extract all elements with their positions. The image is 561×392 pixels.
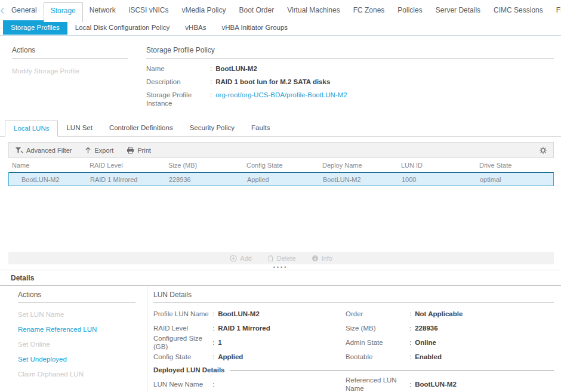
size-mb-value: 228936 [415, 324, 437, 332]
tab-boot-order[interactable]: Boot Order [232, 2, 280, 18]
lun-details-right-column: Order Not Applicable Size (MB) 228936 Ad… [346, 307, 554, 364]
configured-size-value: 1 [218, 338, 221, 347]
claim-orphaned-lun-action: Claim Orphaned LUN [18, 371, 147, 378]
chevron-left-icon[interactable] [0, 5, 5, 16]
subtab-storage-profiles[interactable]: Storage Profiles [3, 20, 67, 35]
policy-description-row: Description RAID 1 boot lun for M.2 SATA… [146, 78, 554, 86]
tab-network[interactable]: Network [83, 2, 122, 18]
rename-referenced-lun-action[interactable]: Rename Referenced LUN [18, 326, 147, 333]
tab-iscsi-vnics[interactable]: iSCSI vNICs [122, 2, 175, 18]
table-row[interactable]: BootLUN-M2 RAID 1 Mirrored 228936 Applie… [8, 172, 554, 186]
raid-level-value: RAID 1 Mirrored [218, 324, 270, 332]
profile-lun-name-row: Profile LUN Name BootLUN-M2 [153, 307, 346, 321]
col-header-size-mb[interactable]: Size (MB) [165, 162, 243, 169]
col-header-config-state[interactable]: Config State [243, 162, 319, 169]
tab-fsm[interactable]: FSM [550, 2, 561, 18]
tab-lun-set[interactable]: LUN Set [58, 121, 100, 136]
deployed-lun-details-title: Deployed LUN Details [153, 366, 225, 374]
actions-panel-title: Actions [12, 46, 128, 58]
filter-funnel-icon [15, 146, 23, 154]
set-undeployed-action[interactable]: Set Undeployed [18, 356, 147, 363]
print-label: Print [137, 147, 151, 154]
bootable-value: Enabled [415, 353, 442, 361]
tab-local-luns[interactable]: Local LUNs [5, 121, 58, 137]
cell-name: BootLUN-M2 [9, 176, 87, 183]
subtab-vhbas[interactable]: vHBAs [177, 20, 214, 35]
export-button[interactable]: Export [85, 146, 113, 154]
info-circle-icon [312, 254, 319, 262]
details-title: Details [0, 270, 561, 286]
cell-raid-level: RAID 1 Mirrored [87, 176, 165, 183]
field-label: Name [146, 64, 209, 73]
tab-cimc-sessions[interactable]: CIMC Sessions [487, 2, 550, 18]
trash-icon [267, 254, 274, 262]
table-empty-space [0, 186, 561, 252]
deployed-lun-details-header: Deployed LUN Details [153, 365, 554, 375]
add-label: Add [240, 255, 252, 262]
tab-vmedia-policy[interactable]: vMedia Policy [175, 2, 232, 18]
export-up-arrow-icon [85, 146, 91, 154]
details-actions-panel: Actions Set LUN Name Rename Referenced L… [0, 286, 147, 392]
tab-policies[interactable]: Policies [391, 2, 429, 18]
info-label: Info [322, 255, 332, 262]
lun-new-name-row: LUN New Name [153, 376, 346, 391]
deployed-header-rule [230, 370, 554, 371]
print-button[interactable]: Print [127, 146, 151, 154]
lun-details-left-column: Profile LUN Name BootLUN-M2 RAID Level R… [153, 307, 346, 364]
table-footer-bar: Add Delete Info [8, 252, 554, 264]
cell-config-state: Applied [243, 176, 319, 183]
tab-faults[interactable]: Faults [243, 121, 278, 136]
field-label: Storage Profile Instance [146, 91, 209, 107]
lun-details-panel: LUN Details Profile LUN Name BootLUN-M2 … [147, 286, 561, 392]
storage-profile-policy-title: Storage Profile Policy [146, 46, 554, 58]
col-header-raid-level[interactable]: RAID Level [86, 162, 165, 169]
tab-controller-definitions[interactable]: Controller Definitions [101, 121, 181, 136]
splitter-grip-dots: •••• [273, 266, 288, 268]
advanced-filter-label: Advanced Filter [26, 147, 72, 154]
referenced-lun-name-row: Referenced LUN Name BootLUN-M2 [346, 376, 554, 391]
cell-deploy-name: BootLUN-M2 [319, 176, 398, 183]
delete-label: Delete [277, 255, 296, 262]
panel-splitter[interactable]: •••• [0, 264, 561, 270]
table-toolbar: Advanced Filter Export Print [8, 142, 554, 158]
storage-profile-instance-link[interactable]: org-root/org-UCS-BDA/profile-BootLUN-M2 [215, 91, 347, 107]
tab-fc-zones[interactable]: FC Zones [347, 2, 392, 18]
advanced-filter-button[interactable]: Advanced Filter [15, 146, 72, 154]
tab-storage[interactable]: Storage [44, 2, 83, 22]
cell-size-mb: 228936 [165, 176, 243, 183]
set-lun-name-action: Set LUN Name [18, 311, 147, 318]
storage-sub-tab-bar: Storage Profiles Local Disk Configuratio… [0, 19, 561, 36]
table-header-row: Name RAID Level Size (MB) Config State D… [8, 158, 554, 172]
details-section: Details Actions Set LUN Name Rename Refe… [0, 270, 561, 392]
settings-gear-icon[interactable] [539, 145, 547, 156]
size-mb-row: Size (MB) 228936 [346, 321, 554, 335]
subtab-local-disk-config-policy[interactable]: Local Disk Configuration Policy [67, 20, 178, 35]
raid-level-row: RAID Level RAID 1 Mirrored [153, 321, 346, 335]
actions-panel: Actions Modify Storage Profile [0, 46, 146, 107]
col-header-name[interactable]: Name [8, 162, 86, 169]
cell-lun-id: 1000 [398, 176, 476, 183]
export-label: Export [94, 147, 113, 154]
upper-section: Actions Modify Storage Profile Storage P… [0, 46, 561, 107]
details-body: Actions Set LUN Name Rename Referenced L… [0, 286, 561, 392]
order-value: Not Applicable [415, 310, 463, 318]
subtab-vhba-initiator-groups[interactable]: vHBA Initiator Groups [214, 20, 296, 35]
info-button: Info [312, 254, 332, 262]
col-header-drive-state[interactable]: Drive State [476, 162, 554, 169]
policy-description-value: RAID 1 boot lun for M.2 SATA disks [215, 78, 330, 86]
deployed-left-column: LUN New Name Deploy Name BootLUN-M2 Driv… [153, 376, 346, 392]
tab-virtual-machines[interactable]: Virtual Machines [280, 2, 347, 18]
col-header-lun-id[interactable]: LUN ID [397, 162, 476, 169]
profile-lun-name-value: BootLUN-M2 [218, 310, 260, 318]
col-header-deploy-name[interactable]: Deploy Name [319, 162, 397, 169]
config-state-value: Applied [218, 353, 243, 361]
tab-general[interactable]: General [5, 2, 44, 18]
details-actions-title: Actions [18, 291, 135, 303]
configured-size-row: Configured Size (GB) 1 [153, 335, 346, 350]
tab-security-policy[interactable]: Security Policy [181, 121, 243, 136]
lun-tab-bar: Local LUNs LUN Set Controller Definition… [0, 121, 561, 137]
tab-server-details[interactable]: Server Details [429, 2, 487, 18]
lun-details-title: LUN Details [153, 291, 554, 303]
lun-details-columns: Profile LUN Name BootLUN-M2 RAID Level R… [153, 307, 554, 364]
top-tab-bar: General Storage Network iSCSI vNICs vMed… [0, 0, 561, 19]
